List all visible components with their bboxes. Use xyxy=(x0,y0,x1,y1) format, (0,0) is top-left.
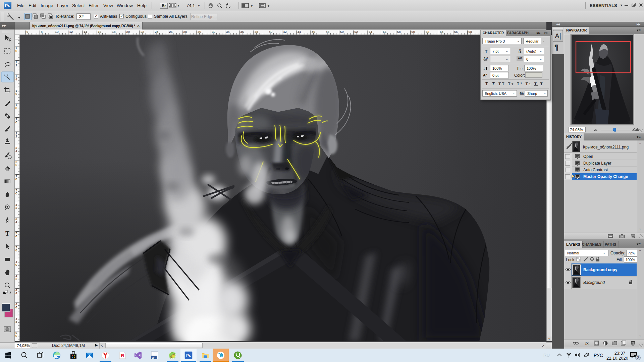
svg-text:56: 56 xyxy=(383,30,387,34)
svg-text:2: 2 xyxy=(637,356,639,360)
svg-text:IA: IA xyxy=(519,51,522,54)
svg-text:28: 28 xyxy=(183,30,187,34)
svg-text:20: 20 xyxy=(126,30,130,34)
svg-text:6: 6 xyxy=(26,30,28,34)
svg-text:54: 54 xyxy=(369,30,372,34)
svg-text:48: 48 xyxy=(326,30,330,34)
svg-text:62: 62 xyxy=(426,30,429,34)
svg-text:40: 40 xyxy=(269,30,273,34)
svg-text:2: 2 xyxy=(15,277,17,281)
svg-text:42: 42 xyxy=(283,30,287,34)
svg-text:24: 24 xyxy=(155,30,159,34)
svg-text:8: 8 xyxy=(15,106,17,110)
svg-text:58: 58 xyxy=(397,30,401,34)
svg-text:0: 0 xyxy=(15,191,17,195)
svg-text:▼: ▼ xyxy=(250,4,253,8)
svg-text:W: W xyxy=(152,356,155,359)
svg-text:44: 44 xyxy=(298,30,301,34)
svg-text:6: 6 xyxy=(15,163,17,167)
svg-text:2: 2 xyxy=(15,134,17,138)
svg-text:2: 2 xyxy=(15,63,17,67)
svg-text:50: 50 xyxy=(340,30,344,34)
svg-text:6: 6 xyxy=(15,92,17,96)
svg-text:4: 4 xyxy=(15,77,17,81)
svg-text:10: 10 xyxy=(55,30,59,34)
svg-text:64: 64 xyxy=(440,30,444,34)
svg-text:6: 6 xyxy=(15,305,17,309)
svg-text:34: 34 xyxy=(226,30,230,34)
svg-text:0: 0 xyxy=(15,263,17,266)
svg-text:46: 46 xyxy=(312,30,315,34)
svg-text:4: 4 xyxy=(15,149,17,153)
svg-text:V: V xyxy=(486,57,488,61)
svg-text:68: 68 xyxy=(469,30,472,34)
svg-text:4: 4 xyxy=(15,291,17,295)
svg-text:0: 0 xyxy=(15,49,17,53)
svg-text:Ps: Ps xyxy=(186,353,191,358)
svg-text:18: 18 xyxy=(112,30,116,34)
svg-text:Я: Я xyxy=(120,353,124,358)
svg-text:14: 14 xyxy=(84,30,87,34)
svg-text:4: 4 xyxy=(15,220,17,224)
svg-text:66: 66 xyxy=(454,30,458,34)
svg-text:38: 38 xyxy=(255,30,258,34)
svg-text:0: 0 xyxy=(15,120,17,124)
svg-text:8: 8 xyxy=(15,248,17,252)
svg-text:8: 8 xyxy=(15,320,17,323)
svg-text:fx.: fx. xyxy=(585,341,590,345)
svg-text:30: 30 xyxy=(198,30,201,34)
svg-text:2: 2 xyxy=(15,206,17,209)
svg-text:52: 52 xyxy=(355,30,358,34)
svg-text:T: T xyxy=(5,230,9,237)
svg-text:32: 32 xyxy=(212,30,216,34)
svg-text:▼: ▼ xyxy=(267,4,270,8)
svg-text:26: 26 xyxy=(169,30,173,34)
svg-text:0: 0 xyxy=(15,334,17,338)
svg-text:12: 12 xyxy=(69,30,73,34)
svg-text:16: 16 xyxy=(98,30,102,34)
svg-text:8: 8 xyxy=(15,177,17,181)
svg-text:8: 8 xyxy=(41,30,43,34)
svg-text:60: 60 xyxy=(412,30,415,34)
svg-text:36: 36 xyxy=(240,30,244,34)
svg-text:6: 6 xyxy=(15,234,17,238)
svg-text:22: 22 xyxy=(141,30,144,34)
